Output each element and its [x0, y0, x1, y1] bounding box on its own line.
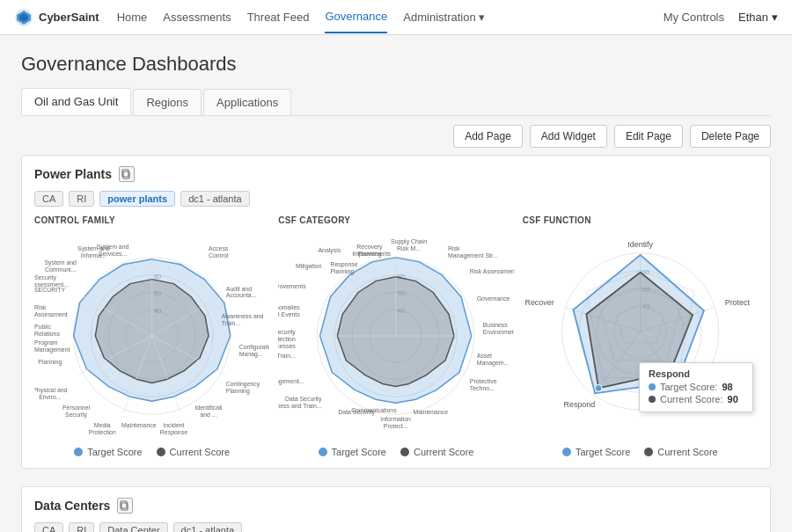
current-label-2: Current Score: [414, 447, 473, 457]
control-family-radar: 80 60 40: [34, 230, 269, 441]
dc-widget-header: Data Centers: [34, 498, 758, 514]
svg-text:Maintenance: Maintenance: [414, 409, 449, 415]
svg-text:Program: Program: [34, 339, 58, 346]
csf-category-label: CSF CATEGORY: [278, 215, 513, 225]
target-label-2: Target Score: [332, 447, 386, 457]
svg-text:Management: Management: [34, 346, 70, 353]
csf-category-radar: 80 60 40 Recovery Planning: [278, 230, 513, 441]
nav-governance[interactable]: Governance: [325, 1, 387, 33]
dc-filter-dc[interactable]: Data Center: [99, 522, 167, 532]
svg-text:Improvements: Improvements: [278, 283, 306, 290]
svg-text:Information: Information: [381, 416, 412, 422]
brand-name: CyberSaint: [39, 11, 99, 24]
csf-function-svg: 80 60 40: [523, 230, 758, 441]
svg-text:Personnel: Personnel: [62, 404, 91, 411]
nav-threat-feed[interactable]: Threat Feed: [247, 2, 310, 33]
filter-power-plants[interactable]: power plants: [99, 191, 175, 207]
svg-text:Detect: Detect: [682, 400, 705, 409]
svg-text:Risk: Risk: [448, 245, 460, 251]
svg-text:Media: Media: [94, 422, 111, 428]
svg-text:Communications: Communications: [351, 407, 397, 413]
svg-text:Identify: Identify: [627, 240, 653, 249]
csf-function-label: CSF FUNCTION: [523, 215, 758, 225]
svg-text:Control: Control: [209, 252, 229, 259]
svg-text:Physical and: Physical and: [34, 387, 68, 394]
svg-text:Analysis: Analysis: [319, 247, 341, 254]
target-dot-3: [562, 448, 571, 456]
svg-text:Audit and: Audit and: [226, 286, 252, 292]
nav-home[interactable]: Home: [117, 2, 148, 33]
svg-text:Identify and Train...: Identify and Train...: [278, 353, 296, 360]
dc-filter-ri[interactable]: RI: [69, 522, 94, 532]
svg-text:Recovery: Recovery: [357, 244, 384, 251]
svg-text:Identificati: Identificati: [194, 404, 223, 411]
svg-text:Response: Response: [331, 261, 358, 268]
current-dot-2: [400, 448, 409, 456]
target-legend-2: Target Score: [319, 447, 386, 457]
power-plants-widget: Power Plants CA RI power plants dc1 - at…: [21, 155, 771, 469]
svg-text:Governance: Governance: [477, 295, 510, 302]
csf-category-legend: Target Score Current Score: [278, 447, 513, 457]
delete-page-button[interactable]: Delete Page: [690, 125, 771, 148]
user-menu[interactable]: Ethan ▾: [738, 11, 778, 24]
dc-filter-tags: CA RI Data Center dc1 - atlanta: [34, 522, 758, 532]
add-page-button[interactable]: Add Page: [453, 125, 523, 148]
add-widget-button[interactable]: Add Widget: [530, 125, 607, 148]
svg-text:Improvements: Improvements: [352, 251, 391, 258]
navbar-left: CyberSaint Home Assessments Threat Feed …: [14, 1, 485, 33]
svg-text:Risk Assessment: Risk Assessment: [470, 268, 514, 274]
tab-applications[interactable]: Applications: [203, 89, 291, 115]
filter-ri[interactable]: RI: [69, 191, 94, 207]
svg-point-124: [595, 384, 602, 391]
current-legend: Current Score: [157, 447, 230, 457]
svg-text:Communi...: Communi...: [45, 266, 76, 273]
data-centers-widget: Data Centers CA RI Data Center dc1 - atl…: [21, 486, 771, 532]
svg-text:and ...: and ...: [200, 412, 216, 418]
svg-text:Response: Response: [160, 429, 187, 436]
svg-text:Protection: Protection: [89, 429, 116, 435]
svg-text:Planning: Planning: [226, 388, 250, 395]
tab-regions[interactable]: Regions: [133, 89, 202, 115]
user-chevron-icon: ▾: [772, 11, 778, 24]
brand-icon: [14, 8, 33, 27]
filter-dc1[interactable]: dc1 - atlanta: [180, 191, 250, 207]
control-family-label: CONTROL FAMILY: [34, 215, 269, 225]
charts-row: CONTROL FAMILY 80 60 40: [34, 215, 758, 457]
dc-filter-dc1[interactable]: dc1 - atlanta: [173, 522, 243, 532]
svg-text:System and: System and: [77, 245, 110, 252]
chevron-down-icon: ▾: [479, 11, 485, 24]
svg-text:Access: Access: [209, 245, 229, 251]
nav-administration[interactable]: Administration ▾: [403, 2, 484, 33]
tab-oil-gas[interactable]: Oil and Gas Unit: [21, 88, 131, 115]
svg-text:Protect...: Protect...: [384, 423, 408, 429]
svg-text:Continuous. Detection: Continuous. Detection: [278, 336, 296, 342]
svg-text:Risk: Risk: [34, 304, 47, 310]
svg-text:ssessment...: ssessment...: [34, 281, 69, 288]
svg-text:Environment: Environment: [483, 329, 514, 335]
svg-text:Awareness and: Awareness and: [222, 313, 264, 319]
current-label: Current Score: [170, 447, 230, 457]
filter-ca[interactable]: CA: [34, 191, 63, 207]
svg-text:Enviro...: Enviro...: [39, 394, 61, 400]
svg-text:Accounta...: Accounta...: [226, 292, 257, 298]
dc-copy-icon[interactable]: [117, 498, 133, 514]
svg-text:Managem...: Managem...: [477, 360, 510, 367]
target-legend: Target Score: [74, 447, 142, 457]
csf-category-svg: 80 60 40 Recovery Planning: [278, 230, 513, 441]
copy-icon[interactable]: [119, 166, 135, 182]
target-dot: [74, 448, 83, 456]
dc-filter-ca[interactable]: CA: [34, 522, 63, 532]
csf-function-panel: CSF FUNCTION 80 60 40: [523, 215, 758, 457]
svg-text:Asset: Asset: [477, 353, 492, 359]
svg-text:Data Security: Data Security: [285, 396, 322, 403]
svg-text:Management...: Management...: [278, 378, 304, 385]
username: Ethan: [738, 11, 768, 24]
dc-widget-title: Data Centers: [34, 499, 110, 513]
edit-page-button[interactable]: Edit Page: [614, 125, 683, 148]
nav-my-controls[interactable]: My Controls: [664, 11, 724, 24]
csf-function-radar: 80 60 40: [523, 230, 758, 441]
svg-text:Train...: Train...: [222, 320, 240, 326]
brand: CyberSaint: [14, 8, 99, 27]
nav-assessments[interactable]: Assessments: [163, 2, 231, 33]
svg-text:Incident: Incident: [163, 422, 184, 428]
